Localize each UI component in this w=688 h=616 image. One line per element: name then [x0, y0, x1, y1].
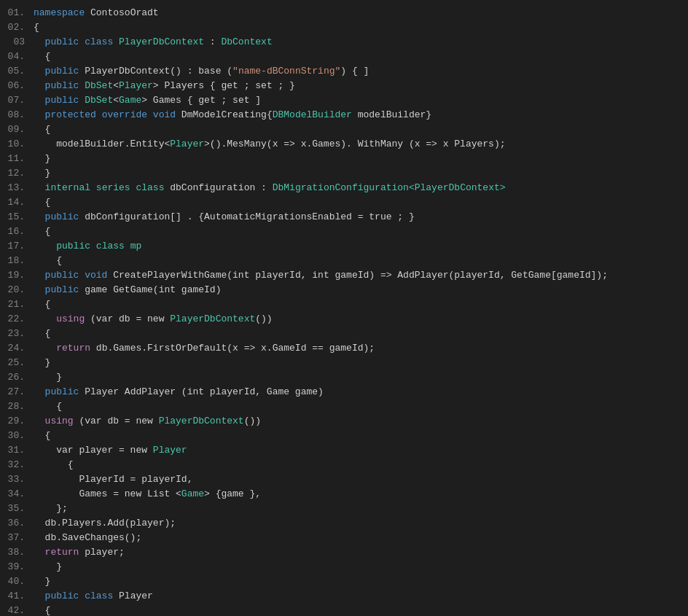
token-plain: }	[34, 576, 50, 587]
token-kw: public	[34, 95, 85, 106]
code-line: using (var db = new PlayerDbContext())	[34, 414, 688, 429]
token-plain: <	[113, 95, 119, 106]
token-link: DbContext	[221, 36, 272, 47]
token-plain: db.Games.FirstOrDefault(x => x.GameId ==…	[96, 343, 375, 354]
line-number: 26.	[6, 370, 25, 385]
code-line: public Player AddPlayer (int playerId, G…	[34, 385, 688, 399]
code-line: }	[34, 356, 688, 370]
token-plain: }	[34, 168, 50, 179]
line-number: 29.	[6, 414, 25, 429]
code-line: protected override void DmModelCreating{…	[34, 108, 688, 122]
code-line: return player;	[34, 545, 688, 560]
token-plain: AddPlayer (int playerId, Game game)	[125, 386, 324, 397]
token-link: Player	[153, 445, 187, 456]
token-kw: public	[34, 386, 85, 397]
token-kw: public	[34, 211, 85, 222]
code-line: public DbSet<Player> Players { get ; set…	[34, 79, 688, 93]
token-plain: {	[34, 51, 50, 62]
token-plain: }	[34, 561, 62, 572]
token-kw: public	[34, 80, 85, 91]
token-plain: };	[34, 503, 68, 514]
token-kw: class	[85, 36, 119, 47]
code-line: {	[34, 50, 688, 64]
code-line: {	[34, 20, 688, 35]
token-link: class	[136, 182, 170, 193]
token-link: series	[96, 182, 136, 193]
line-number: 05.	[6, 64, 25, 79]
token-plain: ())	[255, 313, 272, 324]
line-number: 31.	[6, 443, 25, 458]
line-number: 41.	[6, 589, 25, 604]
line-number: 10.	[6, 137, 25, 152]
token-plain: ())	[244, 416, 261, 426]
line-number: 09.	[6, 122, 25, 137]
token-kw: protected	[34, 109, 102, 120]
token-kw: namespace	[34, 7, 85, 18]
line-number: 23.	[6, 327, 25, 341]
token-plain: dbConfiguration[] . {AutomaticMigrations…	[85, 211, 414, 222]
token-plain: Player	[85, 386, 125, 397]
token-plain: }	[34, 153, 50, 164]
token-plain: PlayerDbContext	[85, 66, 170, 77]
token-kw: public	[34, 36, 85, 47]
token-link: PlayerDbContext	[170, 313, 255, 324]
token-plain: GetGame(int gameId)	[113, 284, 221, 295]
code-line: db.Players.Add(player);	[34, 516, 688, 531]
token-kw: override	[102, 109, 153, 120]
token-link: mp	[130, 241, 142, 252]
token-link: DbSet	[85, 95, 113, 106]
token-plain: {	[34, 328, 50, 339]
code-line: {	[34, 429, 688, 443]
line-number: 32.	[6, 458, 25, 472]
line-number: 04.	[6, 50, 25, 64]
token-plain: }	[34, 357, 50, 368]
code-line: {	[34, 458, 688, 472]
token-plain: > Players { get ; set ; }	[153, 80, 295, 91]
line-number: 15.	[6, 210, 25, 225]
token-plain: db.SaveChanges();	[34, 532, 141, 543]
token-kw2: using	[34, 313, 90, 324]
line-number: 19.	[6, 268, 25, 283]
line-number: 39.	[6, 560, 25, 574]
token-plain: dbConfiguration	[170, 182, 255, 193]
token-plain: {	[34, 255, 62, 266]
token-plain: :	[204, 36, 221, 47]
token-plain: {	[34, 124, 50, 135]
token-plain: modelBuilder}	[352, 109, 431, 120]
code-line: }	[34, 574, 688, 589]
line-number: 01.	[6, 6, 25, 20]
code-line: namespace ContosoOradt	[34, 6, 688, 20]
token-link: Game	[119, 95, 141, 106]
token-plain: {	[34, 22, 39, 33]
token-plain: Games = new List <	[34, 488, 181, 499]
token-link: DBModelBuilder	[273, 109, 352, 120]
code-line: return db.Games.FirstOrDefault(x => x.Ga…	[34, 341, 688, 356]
line-number: 38.	[6, 545, 25, 560]
line-number: 20.	[6, 283, 25, 297]
token-link: public	[34, 241, 96, 252]
token-plain: DmModelCreating{	[181, 109, 273, 120]
code-line: {	[34, 297, 688, 312]
code-line: modelBuilder.Entity<Player>().MesMany(x …	[34, 137, 688, 152]
token-plain: >().MesMany(x => x.Games). WithMany (x =…	[204, 139, 505, 149]
token-plain: modelBuilder.Entity<	[34, 139, 170, 149]
token-plain: {	[34, 226, 50, 237]
token-plain: PlayerId = playerId,	[34, 474, 192, 485]
token-link: DbSet	[85, 80, 113, 91]
line-number: 08.	[6, 108, 25, 122]
token-plain: }	[34, 372, 62, 383]
line-number: 37.	[6, 531, 25, 545]
token-plain: var player = new	[34, 445, 153, 456]
token-plain: {	[34, 459, 74, 470]
token-link: Player	[170, 139, 204, 149]
token-plain: > {game },	[204, 488, 261, 499]
code-line: {	[34, 399, 688, 414]
line-number: 12.	[6, 166, 25, 181]
code-content: namespace ContosoOradt{ public class Pla…	[31, 6, 688, 616]
code-line: }	[34, 152, 688, 166]
line-number: 03	[6, 35, 25, 50]
token-plain: {	[34, 401, 62, 412]
token-plain: <	[113, 80, 119, 91]
code-line: {	[34, 122, 688, 137]
token-plain: game	[85, 284, 113, 295]
